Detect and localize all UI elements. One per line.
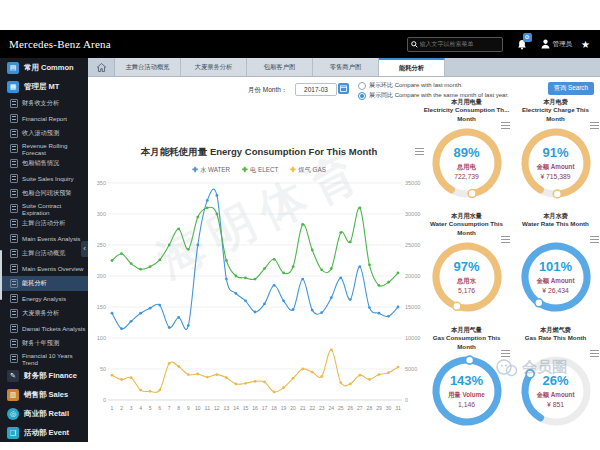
sidebar-item-收入滚动预测[interactable]: 收入滚动预测 bbox=[0, 126, 88, 141]
sidebar-item-Damai Tickets Analysis[interactable]: Damai Tickets Analysis bbox=[0, 321, 88, 336]
sidebar-item-label: 财务十年预测 bbox=[22, 339, 59, 348]
svg-text:150: 150 bbox=[97, 304, 106, 310]
sidebar-item-Financial 10 Years Trend[interactable]: Financial 10 Years Trend bbox=[0, 351, 88, 366]
gauge-menu-icon[interactable] bbox=[501, 350, 510, 357]
sidebar-item-label: 主舞台活动概览 bbox=[22, 249, 65, 258]
sidebar-section-商业部 Retail[interactable]: ◎商业部 Retail bbox=[0, 404, 88, 423]
tab-home[interactable] bbox=[88, 58, 115, 76]
sidebar-item-label: Suite Contract Expiration bbox=[22, 202, 88, 216]
legend-item-煤气 GAS[interactable]: ✚煤气 GAS bbox=[290, 166, 326, 175]
favorites-star-icon[interactable]: ★ bbox=[581, 39, 590, 50]
sidebar-item-Main Events Overview[interactable]: Main Events Overview bbox=[0, 261, 88, 276]
document-icon bbox=[10, 129, 18, 138]
calendar-icon[interactable] bbox=[338, 83, 349, 94]
sidebar-item-大麦票务分析[interactable]: 大麦票务分析 bbox=[0, 306, 88, 321]
gauge-menu-icon[interactable] bbox=[590, 350, 599, 357]
user-menu[interactable]: 管理员 bbox=[541, 39, 573, 49]
sidebar-item-Main Events Analysis[interactable]: Main Events Analysis bbox=[0, 231, 88, 246]
svg-text:4: 4 bbox=[139, 405, 142, 411]
energy-line-chart: 0050500010010000150150002002000025025000… bbox=[92, 177, 426, 419]
sidebar-item-label: 主舞台活动分析 bbox=[22, 219, 65, 228]
svg-text:100: 100 bbox=[97, 335, 106, 341]
sidebar-item-财务十年预测[interactable]: 财务十年预测 bbox=[0, 336, 88, 351]
svg-text:3: 3 bbox=[130, 405, 133, 411]
svg-text:18: 18 bbox=[271, 405, 277, 411]
sidebar-section-管理层 MT[interactable]: ▦管理层 MT bbox=[0, 77, 88, 96]
document-icon bbox=[10, 339, 18, 348]
user-icon bbox=[541, 39, 550, 49]
legend-item-水 WATER[interactable]: ✚水 WATER bbox=[192, 166, 230, 175]
gauge-menu-icon[interactable] bbox=[501, 122, 510, 129]
sidebar-scrollbar[interactable] bbox=[0, 250, 2, 300]
svg-text:350: 350 bbox=[97, 180, 106, 186]
sidebar-item-财务收支分析[interactable]: 财务收支分析 bbox=[0, 96, 88, 111]
notifications[interactable]: ⚙ bbox=[517, 39, 532, 50]
tab-能耗分析[interactable]: 能耗分析 bbox=[379, 58, 445, 76]
legend-marker-icon: ✚ bbox=[290, 166, 296, 173]
svg-text:22: 22 bbox=[309, 405, 315, 411]
gauge-title: 本月用气量Gas Consumption ThisMonth bbox=[433, 326, 501, 352]
svg-text:25000: 25000 bbox=[405, 242, 420, 248]
gauge-title: 本月用水量Water Consumption ThisMonth bbox=[430, 212, 503, 238]
document-icon bbox=[10, 144, 18, 153]
document-icon bbox=[10, 99, 18, 108]
sidebar-section-活动部 Event[interactable]: ❑活动部 Event bbox=[0, 423, 88, 442]
sidebar-item-主舞台活动概览[interactable]: 主舞台活动概览 bbox=[0, 246, 88, 261]
tab-大麦票务分析[interactable]: 大麦票务分析 bbox=[181, 58, 247, 76]
global-search[interactable] bbox=[407, 37, 503, 52]
sidebar-section-常用 Common[interactable]: ▤常用 Common bbox=[0, 58, 88, 77]
top-bar: Mercedes-Benz Arena ⚙ 管理员 bbox=[0, 30, 600, 58]
sidebar-item-Suite Contract Expiration[interactable]: Suite Contract Expiration bbox=[0, 201, 88, 216]
radio-mom-label: 展示环比 Compare with last month. bbox=[369, 81, 463, 90]
gauge-title: 本月电费Electricity Charge ThisMonth bbox=[522, 98, 589, 124]
sidebar-item-Financial Report[interactable]: Financial Report bbox=[0, 111, 88, 126]
sidebar-item-包厢合同现状预警[interactable]: 包厢合同现状预警 bbox=[0, 186, 88, 201]
svg-text:17: 17 bbox=[262, 405, 268, 411]
brand-title: Mercedes-Benz Arena bbox=[9, 38, 111, 50]
sidebar-item-label: 包厢销售情况 bbox=[22, 159, 59, 168]
sidebar-item-label: 收入滚动预测 bbox=[22, 129, 59, 138]
sidebar-item-label: Revenue Rolling Forecast bbox=[22, 142, 88, 156]
sidebar-item-Revenue Rolling Forecast[interactable]: Revenue Rolling Forecast bbox=[0, 141, 88, 156]
svg-text:6: 6 bbox=[158, 405, 161, 411]
main-area: 主舞台活动概览大麦票务分析包厢客户图零售商户图能耗分析 月份 Month： 20… bbox=[88, 58, 600, 442]
sidebar-section-财务部 Finance[interactable]: ✎财务部 Finance bbox=[0, 366, 88, 385]
document-icon bbox=[10, 264, 18, 273]
tab-零售商户图[interactable]: 零售商户图 bbox=[313, 58, 379, 76]
sidebar-item-label: Main Events Analysis bbox=[22, 235, 80, 242]
sidebar-item-Suite Sales Inquiry[interactable]: Suite Sales Inquiry bbox=[0, 171, 88, 186]
notification-badge: ⚙ bbox=[523, 33, 532, 42]
legend-marker-icon: ✚ bbox=[192, 166, 198, 173]
sidebar-item-主舞台活动分析[interactable]: 主舞台活动分析 bbox=[0, 216, 88, 231]
gauge-menu-icon[interactable] bbox=[590, 122, 599, 129]
svg-text:29: 29 bbox=[376, 405, 382, 411]
search-button[interactable]: 查询 Search bbox=[548, 82, 594, 95]
sidebar-item-label: Financial Report bbox=[22, 115, 67, 122]
radio-compare-last-month[interactable]: 展示环比 Compare with last month. bbox=[358, 81, 463, 90]
gauge-menu-icon[interactable] bbox=[590, 236, 599, 243]
search-input[interactable] bbox=[418, 40, 499, 48]
sidebar-collapse-handle[interactable]: ‹ bbox=[81, 241, 88, 257]
tab-主舞台活动概览[interactable]: 主舞台活动概览 bbox=[115, 58, 181, 76]
sidebar-item-label: 商业部 Retail bbox=[24, 409, 69, 419]
chart-legend: ✚水 WATER✚电 ELECT✚煤气 GAS bbox=[92, 166, 426, 175]
tab-包厢客户图[interactable]: 包厢客户图 bbox=[247, 58, 313, 76]
svg-text:9: 9 bbox=[187, 405, 190, 411]
sidebar-section-销售部 Sales[interactable]: ▥销售部 Sales bbox=[0, 385, 88, 404]
svg-text:27: 27 bbox=[357, 405, 363, 411]
legend-item-电 ELECT[interactable]: ✚电 ELECT bbox=[242, 166, 278, 175]
sidebar-menu: ▤常用 Common▦管理层 MT财务收支分析Financial Report收… bbox=[0, 58, 88, 442]
svg-text:25: 25 bbox=[338, 405, 344, 411]
sidebar-item-能耗分析[interactable]: 能耗分析 bbox=[0, 276, 88, 291]
sidebar-item-label: 财务收支分析 bbox=[22, 99, 59, 108]
sidebar-item-label: Main Events Overview bbox=[22, 265, 84, 272]
svg-text:14: 14 bbox=[233, 405, 239, 411]
sidebar-item-Energy Analysis[interactable]: Energy Analysis bbox=[0, 291, 88, 306]
gauge-menu-icon[interactable] bbox=[501, 236, 510, 243]
gauge-dial: 26%金额 Amount¥ 851 bbox=[517, 352, 595, 430]
month-input[interactable]: 2017-03 bbox=[295, 83, 337, 96]
sidebar-item-包厢销售情况[interactable]: 包厢销售情况 bbox=[0, 156, 88, 171]
gauge-dial: 143%用量 Volume1,146 bbox=[428, 352, 506, 430]
radio-icon bbox=[358, 82, 366, 90]
svg-text:23: 23 bbox=[319, 405, 325, 411]
